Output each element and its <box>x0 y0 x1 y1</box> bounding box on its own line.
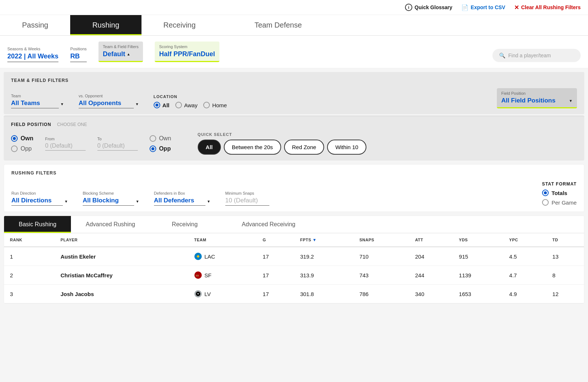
scoring-system-filter[interactable]: Scoring System Half PPR/FanDuel <box>155 42 219 62</box>
from-label: From <box>45 137 86 141</box>
qs-within10-button[interactable]: Within 10 <box>327 140 366 155</box>
defenders-box-filter[interactable]: Defenders in Box All Defenders ▼ <box>154 191 211 206</box>
min-snaps-filter[interactable]: Minimum Snaps 10 (Default) <box>225 191 269 206</box>
chevron-down-icon5: ▼ <box>136 199 139 203</box>
team-cell: 49 SF <box>188 266 257 285</box>
totals-radio[interactable]: Totals <box>542 190 577 196</box>
opp-radio[interactable]: Opp <box>11 145 33 152</box>
positions-value: RB <box>70 53 87 62</box>
col-g: G <box>257 233 294 247</box>
col-yds: YDS <box>453 233 503 247</box>
location-all[interactable]: All <box>154 102 169 108</box>
team-field-value: Default <box>103 50 125 58</box>
tab-team-defense[interactable]: Team Defense <box>218 15 338 35</box>
seasons-value: 2022 | All Weeks <box>7 53 58 62</box>
blocking-scheme-filter[interactable]: Blocking Scheme All Blocking ▼ <box>83 191 139 206</box>
field-position-dropdown[interactable]: Field Position All Field Positions ▼ <box>497 88 577 108</box>
fpts-cell: 301.8 <box>294 285 354 303</box>
fpts-cell: 319.2 <box>294 247 354 266</box>
to-value: 0 (Default) <box>97 143 138 151</box>
snaps-cell: 786 <box>354 285 409 303</box>
to-own-radio[interactable]: Own <box>150 135 171 142</box>
data-table-section: Basic Rushing Advanced Rushing Receiving… <box>4 216 584 304</box>
clear-filters-button[interactable]: ✕ Clear All Rushing Filters <box>514 4 581 11</box>
own-radio[interactable]: Own <box>11 135 33 142</box>
team-field-filters-section: TEAM & FIELD FILTERS Team All Teams ▼ vs… <box>4 72 584 114</box>
seasons-label: Seasons & Weeks <box>7 47 58 51</box>
from-group[interactable]: From 0 (Default) <box>45 137 86 151</box>
player-cell: Austin Ekeler <box>55 247 189 266</box>
rushing-filters-section: RUSHING FILTERS Run Direction All Direct… <box>4 164 584 212</box>
col-player: PLAYER <box>55 233 189 247</box>
sf-logo: 49 <box>194 271 202 279</box>
table-row: 3 Josh Jacobs LV 17 301.8 786 340 <box>4 285 584 303</box>
glossary-button[interactable]: i Quick Glossary <box>405 4 452 11</box>
att-cell: 340 <box>409 285 453 303</box>
tab-advanced-receiving[interactable]: Advanced Receiving <box>220 216 318 233</box>
ypc-cell: 4.9 <box>503 285 546 303</box>
team-cell: LAC <box>188 247 257 266</box>
min-snaps-label: Minimum Snaps <box>225 191 269 195</box>
tab-advanced-rushing[interactable]: Advanced Rushing <box>71 216 150 233</box>
seasons-weeks-filter[interactable]: Seasons & Weeks 2022 | All Weeks <box>7 47 58 62</box>
col-ypc: YPC <box>503 233 546 247</box>
td-cell: 13 <box>546 247 584 266</box>
tab-basic-rushing[interactable]: Basic Rushing <box>4 216 71 233</box>
opponent-filter[interactable]: vs. Opponent All Opponents ▼ <box>79 94 139 108</box>
per-game-radio[interactable]: Per Game <box>542 199 577 206</box>
att-cell: 204 <box>409 247 453 266</box>
g-cell: 17 <box>257 266 294 285</box>
td-cell: 12 <box>546 285 584 303</box>
field-pos-value: All Field Positions <box>501 97 567 104</box>
defenders-value: All Defenders <box>154 197 205 206</box>
player-cell: Christian McCaffrey <box>55 266 189 285</box>
to-opp-radio[interactable]: Opp <box>150 145 171 152</box>
col-fpts[interactable]: FPTS ▼ <box>294 233 354 247</box>
run-direction-filter[interactable]: Run Direction All Directions ▼ <box>11 191 68 206</box>
rushing-filters-title: RUSHING FILTERS <box>11 170 577 176</box>
scoring-value: Half PPR/FanDuel <box>159 50 215 58</box>
chevron-down-icon: ▼ <box>60 102 64 106</box>
positions-filter[interactable]: Positions RB <box>70 47 87 62</box>
defenders-label: Defenders in Box <box>154 191 211 195</box>
tab-rushing[interactable]: Rushing <box>70 15 141 35</box>
chevron-down-icon6: ▼ <box>207 199 211 203</box>
to-group[interactable]: To 0 (Default) <box>97 137 138 151</box>
from-value: 0 (Default) <box>45 143 86 151</box>
close-icon: ✕ <box>514 4 519 11</box>
search-placeholder: Find a player/team <box>508 53 551 58</box>
location-away[interactable]: Away <box>175 102 197 108</box>
stats-table: RANK PLAYER TEAM G FPTS ▼ SNAPS ATT YDS … <box>4 233 584 303</box>
table-row: 2 Christian McCaffrey 49 SF 17 313.9 743… <box>4 266 584 285</box>
team-field-filter[interactable]: Team & Field Filters Default ▲ <box>98 42 143 62</box>
qs-redzone-button[interactable]: Red Zone <box>284 140 325 155</box>
team-filter[interactable]: Team All Teams ▼ <box>11 94 64 108</box>
scoring-label: Scoring System <box>159 44 215 49</box>
location-home[interactable]: Home <box>203 102 227 108</box>
team-label: Team <box>11 94 64 98</box>
info-icon: i <box>405 4 412 11</box>
run-dir-label: Run Direction <box>11 191 68 195</box>
col-td: TD <box>546 233 584 247</box>
col-team: TEAM <box>188 233 257 247</box>
yds-cell: 1653 <box>453 285 503 303</box>
quick-select-label: QUICK SELECT <box>198 132 366 137</box>
att-cell: 244 <box>409 266 453 285</box>
tab-receiving[interactable]: Receiving <box>141 15 218 35</box>
field-pos-label: Field Position <box>501 91 573 96</box>
min-snaps-value: 10 (Default) <box>225 197 269 206</box>
tab-receiving[interactable]: Receiving <box>150 216 220 233</box>
table-row: 1 Austin Ekeler LAC 17 319.2 710 204 915 <box>4 247 584 266</box>
export-button[interactable]: 📄 Export to CSV <box>461 4 505 11</box>
g-cell: 17 <box>257 285 294 303</box>
team-value: All Teams <box>11 100 59 108</box>
lv-logo <box>194 290 202 298</box>
qs-all-button[interactable]: All <box>198 140 221 155</box>
search-box[interactable]: 🔍 Find a player/team <box>492 49 581 62</box>
opponent-label: vs. Opponent <box>79 94 139 98</box>
stat-format-title: STAT FORMAT <box>542 181 577 187</box>
col-snaps: SNAPS <box>354 233 409 247</box>
tab-passing[interactable]: Passing <box>0 15 70 35</box>
qs-between20s-button[interactable]: Between the 20s <box>224 140 281 155</box>
search-icon: 🔍 <box>499 53 505 58</box>
